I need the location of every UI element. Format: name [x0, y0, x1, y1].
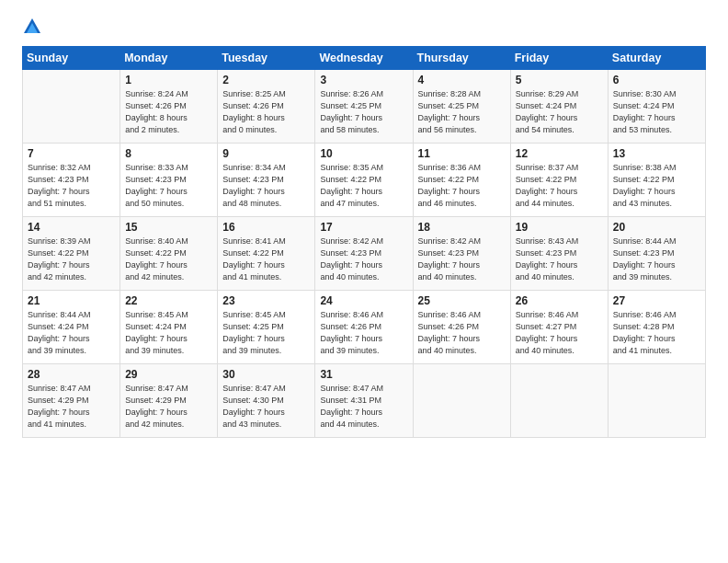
- weekday-header-tuesday: Tuesday: [218, 47, 315, 70]
- calendar-week-2: 7Sunrise: 8:32 AM Sunset: 4:23 PM Daylig…: [23, 144, 706, 217]
- calendar-cell: 6Sunrise: 8:30 AM Sunset: 4:24 PM Daylig…: [608, 70, 705, 144]
- day-number: 7: [28, 147, 115, 160]
- calendar-cell: 23Sunrise: 8:45 AM Sunset: 4:25 PM Dayli…: [218, 291, 315, 364]
- day-number: 27: [613, 294, 700, 307]
- day-number: 25: [418, 294, 506, 307]
- day-info: Sunrise: 8:38 AM Sunset: 4:22 PM Dayligh…: [613, 162, 700, 210]
- calendar-cell: 21Sunrise: 8:44 AM Sunset: 4:24 PM Dayli…: [23, 291, 120, 364]
- day-number: 31: [320, 368, 407, 381]
- day-info: Sunrise: 8:25 AM Sunset: 4:26 PM Dayligh…: [222, 88, 310, 136]
- calendar-cell: 11Sunrise: 8:36 AM Sunset: 4:22 PM Dayli…: [413, 144, 510, 217]
- calendar-week-4: 21Sunrise: 8:44 AM Sunset: 4:24 PM Dayli…: [23, 291, 706, 364]
- calendar-cell: 28Sunrise: 8:47 AM Sunset: 4:29 PM Dayli…: [23, 364, 120, 438]
- day-info: Sunrise: 8:24 AM Sunset: 4:26 PM Dayligh…: [125, 88, 212, 136]
- day-info: Sunrise: 8:45 AM Sunset: 4:25 PM Dayligh…: [222, 309, 310, 357]
- calendar-cell: 20Sunrise: 8:44 AM Sunset: 4:23 PM Dayli…: [608, 217, 705, 291]
- day-info: Sunrise: 8:47 AM Sunset: 4:29 PM Dayligh…: [125, 383, 212, 431]
- weekday-header-thursday: Thursday: [413, 47, 510, 70]
- calendar-cell: 17Sunrise: 8:42 AM Sunset: 4:23 PM Dayli…: [315, 217, 413, 291]
- calendar-body: 1Sunrise: 8:24 AM Sunset: 4:26 PM Daylig…: [23, 70, 706, 438]
- day-number: 21: [28, 294, 115, 307]
- page: SundayMondayTuesdayWednesdayThursdayFrid…: [0, 0, 728, 563]
- day-info: Sunrise: 8:44 AM Sunset: 4:24 PM Dayligh…: [28, 309, 115, 357]
- calendar-cell: 12Sunrise: 8:37 AM Sunset: 4:22 PM Dayli…: [510, 144, 608, 217]
- day-number: 13: [613, 147, 700, 160]
- day-number: 12: [516, 147, 603, 160]
- day-number: 24: [320, 294, 407, 307]
- day-number: 18: [418, 221, 506, 234]
- calendar-cell: 26Sunrise: 8:46 AM Sunset: 4:27 PM Dayli…: [510, 291, 608, 364]
- day-number: 1: [125, 74, 212, 86]
- calendar-cell: 25Sunrise: 8:46 AM Sunset: 4:26 PM Dayli…: [413, 291, 510, 364]
- day-number: 16: [222, 221, 310, 234]
- day-number: 3: [320, 74, 407, 86]
- calendar-cell: 2Sunrise: 8:25 AM Sunset: 4:26 PM Daylig…: [218, 70, 315, 144]
- day-info: Sunrise: 8:47 AM Sunset: 4:30 PM Dayligh…: [222, 383, 310, 431]
- day-info: Sunrise: 8:35 AM Sunset: 4:22 PM Dayligh…: [320, 162, 407, 210]
- calendar-cell: 14Sunrise: 8:39 AM Sunset: 4:22 PM Dayli…: [23, 217, 120, 291]
- day-info: Sunrise: 8:46 AM Sunset: 4:26 PM Dayligh…: [320, 309, 407, 357]
- day-number: 29: [125, 368, 212, 381]
- calendar-cell: 7Sunrise: 8:32 AM Sunset: 4:23 PM Daylig…: [23, 144, 120, 217]
- day-info: Sunrise: 8:46 AM Sunset: 4:27 PM Dayligh…: [516, 309, 603, 357]
- weekday-header-wednesday: Wednesday: [315, 47, 413, 70]
- day-info: Sunrise: 8:42 AM Sunset: 4:23 PM Dayligh…: [320, 236, 407, 283]
- day-info: Sunrise: 8:29 AM Sunset: 4:24 PM Dayligh…: [516, 88, 603, 136]
- calendar-cell: [23, 70, 120, 144]
- day-info: Sunrise: 8:39 AM Sunset: 4:22 PM Dayligh…: [28, 236, 115, 283]
- day-info: Sunrise: 8:47 AM Sunset: 4:31 PM Dayligh…: [320, 383, 407, 431]
- calendar-cell: 8Sunrise: 8:33 AM Sunset: 4:23 PM Daylig…: [120, 144, 218, 217]
- day-number: 2: [222, 74, 310, 86]
- day-info: Sunrise: 8:44 AM Sunset: 4:23 PM Dayligh…: [613, 236, 700, 283]
- calendar-cell: 1Sunrise: 8:24 AM Sunset: 4:26 PM Daylig…: [120, 70, 218, 144]
- calendar-week-5: 28Sunrise: 8:47 AM Sunset: 4:29 PM Dayli…: [23, 364, 706, 438]
- calendar-cell: 13Sunrise: 8:38 AM Sunset: 4:22 PM Dayli…: [608, 144, 705, 217]
- day-info: Sunrise: 8:32 AM Sunset: 4:23 PM Dayligh…: [28, 162, 115, 210]
- weekday-header-friday: Friday: [510, 47, 608, 70]
- day-number: 20: [613, 221, 700, 234]
- calendar-cell: 15Sunrise: 8:40 AM Sunset: 4:22 PM Dayli…: [120, 217, 218, 291]
- day-number: 26: [516, 294, 603, 307]
- calendar-week-1: 1Sunrise: 8:24 AM Sunset: 4:26 PM Daylig…: [23, 70, 706, 144]
- weekday-header-saturday: Saturday: [608, 47, 705, 70]
- day-info: Sunrise: 8:30 AM Sunset: 4:24 PM Dayligh…: [613, 88, 700, 136]
- calendar-cell: 24Sunrise: 8:46 AM Sunset: 4:26 PM Dayli…: [315, 291, 413, 364]
- calendar-cell: 3Sunrise: 8:26 AM Sunset: 4:25 PM Daylig…: [315, 70, 413, 144]
- calendar-cell: 16Sunrise: 8:41 AM Sunset: 4:22 PM Dayli…: [218, 217, 315, 291]
- calendar-cell: 9Sunrise: 8:34 AM Sunset: 4:23 PM Daylig…: [218, 144, 315, 217]
- day-number: 30: [222, 368, 310, 381]
- logo: [22, 17, 44, 37]
- calendar-cell: 4Sunrise: 8:28 AM Sunset: 4:25 PM Daylig…: [413, 70, 510, 144]
- calendar-cell: [510, 364, 608, 438]
- day-info: Sunrise: 8:33 AM Sunset: 4:23 PM Dayligh…: [125, 162, 212, 210]
- day-info: Sunrise: 8:36 AM Sunset: 4:22 PM Dayligh…: [418, 162, 506, 210]
- day-number: 11: [418, 147, 506, 160]
- day-number: 8: [125, 147, 212, 160]
- day-info: Sunrise: 8:40 AM Sunset: 4:22 PM Dayligh…: [125, 236, 212, 283]
- calendar-header: SundayMondayTuesdayWednesdayThursdayFrid…: [23, 47, 706, 70]
- day-number: 23: [222, 294, 310, 307]
- day-info: Sunrise: 8:43 AM Sunset: 4:23 PM Dayligh…: [516, 236, 603, 283]
- day-number: 6: [613, 74, 700, 86]
- day-info: Sunrise: 8:45 AM Sunset: 4:24 PM Dayligh…: [125, 309, 212, 357]
- weekday-header-monday: Monday: [120, 47, 218, 70]
- day-info: Sunrise: 8:26 AM Sunset: 4:25 PM Dayligh…: [320, 88, 407, 136]
- day-number: 5: [516, 74, 603, 86]
- weekday-header-sunday: Sunday: [23, 47, 120, 70]
- day-info: Sunrise: 8:34 AM Sunset: 4:23 PM Dayligh…: [222, 162, 310, 210]
- calendar-cell: 27Sunrise: 8:46 AM Sunset: 4:28 PM Dayli…: [608, 291, 705, 364]
- calendar-cell: 22Sunrise: 8:45 AM Sunset: 4:24 PM Dayli…: [120, 291, 218, 364]
- day-number: 4: [418, 74, 506, 86]
- weekday-row: SundayMondayTuesdayWednesdayThursdayFrid…: [23, 47, 706, 70]
- calendar-cell: [608, 364, 705, 438]
- day-number: 9: [222, 147, 310, 160]
- calendar-cell: 29Sunrise: 8:47 AM Sunset: 4:29 PM Dayli…: [120, 364, 218, 438]
- day-number: 15: [125, 221, 212, 234]
- calendar-cell: 30Sunrise: 8:47 AM Sunset: 4:30 PM Dayli…: [218, 364, 315, 438]
- day-info: Sunrise: 8:37 AM Sunset: 4:22 PM Dayligh…: [516, 162, 603, 210]
- day-info: Sunrise: 8:42 AM Sunset: 4:23 PM Dayligh…: [418, 236, 506, 283]
- day-info: Sunrise: 8:41 AM Sunset: 4:22 PM Dayligh…: [222, 236, 310, 283]
- calendar-cell: [413, 364, 510, 438]
- day-number: 17: [320, 221, 407, 234]
- calendar-table: SundayMondayTuesdayWednesdayThursdayFrid…: [22, 46, 706, 438]
